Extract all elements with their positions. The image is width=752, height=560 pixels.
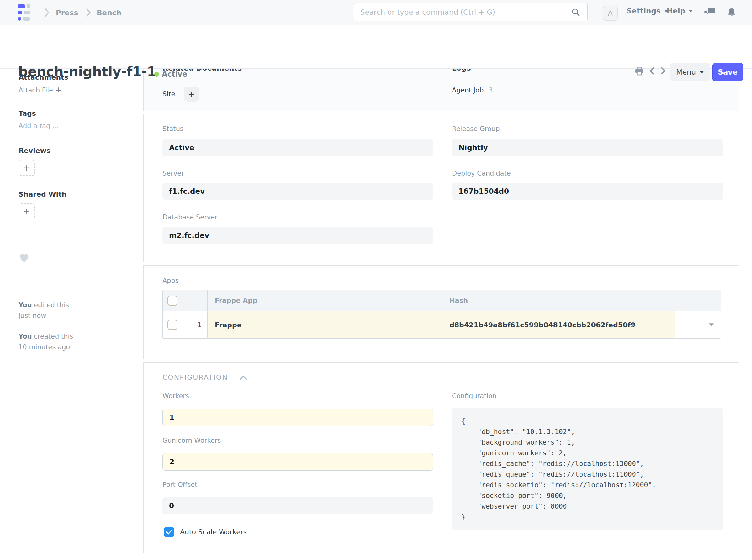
add-tag-input[interactable]: Add a tag ... bbox=[19, 122, 143, 130]
cell-hash[interactable]: d8b421b49a8bf61c599b048140cbb2062fed50f9 bbox=[442, 311, 675, 338]
logo-block bbox=[18, 4, 25, 8]
activity-entry: You edited this just now bbox=[19, 300, 143, 321]
details-section: Status Active Release Group Nightly Serv… bbox=[143, 114, 739, 262]
field-database-server[interactable]: m2.fc.dev bbox=[162, 227, 433, 244]
notifications-bell-icon[interactable] bbox=[727, 7, 736, 18]
activity-entry: You created this 10 minutes ago bbox=[19, 331, 143, 353]
apps-table: Frappe App Hash 1 Frappe d8b421b49a8bf61… bbox=[162, 290, 721, 339]
attach-file-label: Attach File bbox=[19, 86, 53, 94]
add-review-button[interactable]: + bbox=[19, 160, 35, 176]
field-label-deploy-candidate: Deploy Candidate bbox=[452, 169, 511, 177]
add-share-button[interactable]: + bbox=[19, 203, 35, 219]
tags-heading: Tags bbox=[19, 109, 143, 117]
cell-value: Frappe bbox=[215, 321, 242, 329]
print-icon[interactable] bbox=[634, 66, 644, 76]
like-heart-icon[interactable] bbox=[19, 252, 30, 263]
configuration-section-toggle[interactable]: CONFIGURATION bbox=[162, 374, 248, 381]
auto-scale-workers-checkbox[interactable] bbox=[164, 527, 174, 537]
plus-icon: + bbox=[56, 86, 62, 94]
field-server[interactable]: f1.fc.dev bbox=[162, 183, 433, 200]
logo-block bbox=[18, 17, 21, 21]
field-deploy-candidate[interactable]: 167b1504d0 bbox=[452, 183, 724, 200]
help-menu[interactable]: Help bbox=[667, 7, 693, 15]
breadcrumb-chevron-icon bbox=[44, 8, 50, 17]
activity-actor: You bbox=[19, 301, 32, 309]
breadcrumb-bench[interactable]: Bench bbox=[97, 9, 122, 17]
field-release-group[interactable]: Nightly bbox=[452, 139, 724, 156]
breadcrumb-chevron-icon bbox=[85, 8, 92, 17]
activity-actor: You bbox=[19, 333, 32, 340]
save-button[interactable]: Save bbox=[712, 63, 743, 81]
field-status[interactable]: Active bbox=[162, 139, 433, 156]
attach-file-button[interactable]: Attach File+ bbox=[19, 86, 143, 94]
field-label-status: Status bbox=[162, 125, 183, 133]
logo-block bbox=[18, 11, 22, 15]
status-badge: Active bbox=[154, 70, 187, 78]
port-offset-field[interactable]: 0 bbox=[162, 497, 433, 514]
gunicorn-workers-label: Gunicorn Workers bbox=[162, 437, 221, 444]
status-label: Active bbox=[162, 70, 187, 78]
avatar[interactable]: A bbox=[603, 6, 618, 21]
field-value: f1.fc.dev bbox=[169, 187, 205, 195]
breadcrumb-press[interactable]: Press bbox=[56, 9, 78, 17]
field-value: 167b1504d0 bbox=[458, 187, 509, 195]
checkmark-icon bbox=[166, 529, 172, 535]
port-offset-value: 0 bbox=[169, 502, 174, 510]
field-label-database-server: Database Server bbox=[162, 214, 218, 221]
row-checkbox[interactable] bbox=[167, 320, 178, 330]
site-link[interactable]: Site bbox=[162, 90, 175, 98]
cell-value: d8b421b49a8bf61c599b048140cbb2062fed50f9 bbox=[449, 321, 635, 329]
activity-time: just now bbox=[19, 312, 46, 320]
page-header: bench-nightly-f1-1 Active Menu Save bbox=[0, 25, 752, 69]
activity-log: You edited this just now You created thi… bbox=[19, 300, 143, 353]
port-offset-label: Port Offset bbox=[162, 481, 197, 488]
configuration-json-label: Configuration bbox=[452, 392, 496, 400]
menu-button[interactable]: Menu bbox=[670, 63, 710, 81]
avatar-letter: A bbox=[608, 9, 612, 17]
app-logo-icon[interactable] bbox=[18, 4, 34, 21]
prev-document-icon[interactable] bbox=[648, 66, 657, 76]
plus-icon: + bbox=[23, 163, 30, 173]
row-index: 1 bbox=[198, 321, 202, 328]
configuration-json-editor[interactable]: { "db_host": "10.1.3.102", "background_w… bbox=[452, 408, 724, 530]
form-sidebar: Attachments Attach File+ Tags Add a tag … bbox=[0, 68, 143, 353]
gunicorn-workers-input[interactable]: 2 bbox=[162, 453, 433, 471]
activity-action: created this bbox=[34, 333, 73, 340]
activity-action: edited this bbox=[34, 301, 69, 309]
chat-icon[interactable] bbox=[704, 7, 716, 18]
apps-table-header: Frappe App Hash bbox=[163, 291, 721, 311]
configuration-section: CONFIGURATION Workers 1 Gunicorn Workers… bbox=[143, 362, 739, 553]
save-button-label: Save bbox=[718, 68, 737, 76]
menu-button-label: Menu bbox=[676, 68, 696, 76]
navbar: Press Bench Search or type a command (Ct… bbox=[0, 0, 752, 25]
chevron-down-icon bbox=[700, 71, 704, 74]
workers-label: Workers bbox=[162, 392, 189, 400]
plus-icon: + bbox=[188, 89, 195, 99]
row-expand-caret-icon[interactable] bbox=[709, 323, 714, 326]
logs-heading: Logs bbox=[452, 68, 471, 72]
auto-scale-workers-label: Auto Scale Workers bbox=[180, 528, 247, 536]
field-value: Active bbox=[169, 144, 194, 152]
workers-input[interactable]: 1 bbox=[162, 408, 433, 426]
form-body: Related Documents Site + Logs Agent Job … bbox=[143, 68, 739, 553]
help-label: Help bbox=[667, 7, 685, 15]
apps-section: Apps Frappe App Hash 1 Frappe d8b421b49a… bbox=[143, 265, 739, 359]
field-label-release-group: Release Group bbox=[452, 125, 500, 133]
search-input[interactable]: Search or type a command (Ctrl + G) bbox=[353, 3, 588, 21]
shared-with-heading: Shared With bbox=[19, 190, 143, 198]
page-title: bench-nightly-f1-1 bbox=[18, 64, 156, 79]
agent-job-count: 3 bbox=[489, 86, 493, 94]
column-header-hash: Hash bbox=[449, 297, 468, 304]
column-header-frappe-app: Frappe App bbox=[215, 297, 257, 304]
search-icon bbox=[571, 7, 580, 17]
new-site-button[interactable]: + bbox=[184, 86, 199, 102]
settings-menu[interactable]: Settings bbox=[627, 7, 669, 15]
field-value: Nightly bbox=[458, 144, 488, 152]
select-all-checkbox[interactable] bbox=[167, 296, 178, 306]
next-document-icon[interactable] bbox=[658, 66, 667, 76]
search-placeholder: Search or type a command (Ctrl + G) bbox=[360, 8, 571, 16]
reviews-heading: Reviews bbox=[19, 147, 143, 155]
agent-job-link[interactable]: Agent Job bbox=[452, 86, 483, 94]
gunicorn-workers-value: 2 bbox=[169, 458, 174, 466]
cell-frappe-app[interactable]: Frappe bbox=[207, 311, 442, 338]
